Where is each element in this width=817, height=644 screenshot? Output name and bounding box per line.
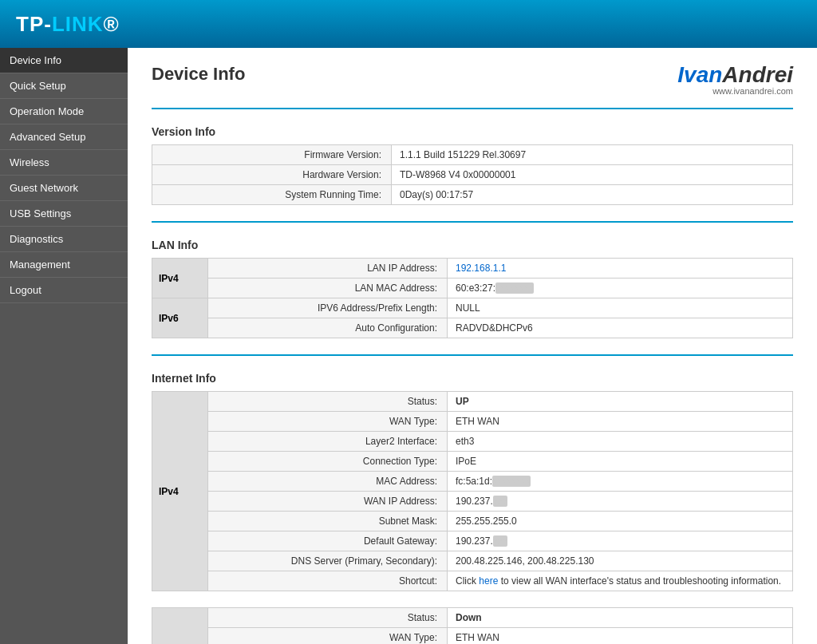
page-header: Device Info IvanAndrei www.ivanandrei.co… — [152, 64, 793, 96]
table-row: IPv4 LAN IP Address: 192.168.1.1 — [152, 259, 793, 279]
table-row: Layer2 Interface: eth3 — [152, 432, 793, 452]
ipv6-addr-label: IPV6 Address/Prefix Length: — [208, 298, 448, 318]
shortcut-link[interactable]: here — [479, 575, 498, 587]
auto-config-value: RADVD&DHCPv6 — [448, 318, 793, 338]
version-info-title: Version Info — [152, 125, 793, 138]
firmware-label: Firmware Version: — [152, 145, 392, 165]
auto-config-label: Auto Configuration: — [208, 318, 448, 338]
table-row: IPv6 Status: Down — [152, 608, 793, 628]
lan-ip-value: 192.168.1.1 — [448, 259, 793, 279]
runtime-value: 0Day(s) 00:17:57 — [392, 185, 793, 205]
lan-info-title: LAN Info — [152, 239, 793, 251]
dns-value: 200.48.225.146, 200.48.225.130 — [448, 551, 793, 571]
lan-divider — [152, 221, 793, 223]
brand-logo-text: IvanAndrei — [677, 64, 793, 86]
shortcut-value: Click here to view all WAN interface's s… — [448, 571, 793, 591]
lan-ip-label: LAN IP Address: — [208, 259, 448, 279]
wan-type-label: WAN Type: — [208, 412, 448, 432]
table-row: Subnet Mask: 255.255.255.0 — [152, 512, 793, 531]
table-row: System Running Time: 0Day(s) 00:17:57 — [152, 185, 793, 205]
version-info-table: Firmware Version: 1.1.1 Build 151229 Rel… — [152, 144, 793, 205]
table-row: WAN IP Address: 190.237.xxx — [152, 492, 793, 512]
ipv6-status-value: Down — [448, 608, 793, 628]
subnet-value: 255.255.255.0 — [448, 512, 793, 531]
sidebar-item-usb-settings[interactable]: USB Settings — [0, 201, 128, 227]
header-divider — [152, 108, 793, 109]
ipv4-header: IPv4 — [152, 259, 208, 298]
ipv6-status-label: Status: — [208, 608, 448, 628]
ipv6-header: IPv6 — [152, 298, 208, 338]
firmware-value: 1.1.1 Build 151229 Rel.30697 — [392, 145, 793, 165]
internet-divider — [152, 354, 793, 356]
hardware-label: Hardware Version: — [152, 165, 392, 185]
lan-mac-label: LAN MAC Address: — [208, 279, 448, 298]
table-row: Shortcut: Click here to view all WAN int… — [152, 571, 793, 591]
wan-ip-value: 190.237.xxx — [448, 492, 793, 512]
main-content: Device Info IvanAndrei www.ivanandrei.co… — [128, 48, 817, 644]
sidebar-item-advanced-setup[interactable]: Advanced Setup — [0, 124, 128, 150]
gateway-label: Default Gateway: — [208, 531, 448, 551]
mac-addr-value: fc:5a:1d:xxxxxxxx — [448, 472, 793, 492]
sidebar-item-wireless[interactable]: Wireless — [0, 150, 128, 176]
conn-type-label: Connection Type: — [208, 452, 448, 472]
table-row: Connection Type: IPoE — [152, 452, 793, 472]
internet-ipv4-header: IPv4 — [152, 392, 208, 591]
internet-ipv6-header: IPv6 — [152, 608, 208, 645]
table-row: DNS Server (Primary, Secondary): 200.48.… — [152, 551, 793, 571]
internet-ipv4-table: IPv4 Status: UP WAN Type: ETH WAN Layer2… — [152, 391, 793, 591]
ipv6-wan-type-label: WAN Type: — [208, 628, 448, 645]
subnet-label: Subnet Mask: — [208, 512, 448, 531]
table-row: IPv4 Status: UP — [152, 392, 793, 412]
mac-addr-label: MAC Address: — [208, 472, 448, 492]
dns-label: DNS Server (Primary, Secondary): — [208, 551, 448, 571]
lan-info-table: IPv4 LAN IP Address: 192.168.1.1 LAN MAC… — [152, 258, 793, 338]
internet-ipv6-table: IPv6 Status: Down WAN Type: ETH WAN Laye… — [152, 607, 793, 644]
ipv6-wan-type-value: ETH WAN — [448, 628, 793, 645]
table-row: WAN Type: ETH WAN — [152, 412, 793, 432]
status-value: UP — [448, 392, 793, 412]
sidebar-item-logout[interactable]: Logout — [0, 278, 128, 303]
sidebar-item-diagnostics[interactable]: Diagnostics — [0, 227, 128, 252]
sidebar-item-quick-setup[interactable]: Quick Setup — [0, 73, 128, 99]
ipv6-addr-value: NULL — [448, 298, 793, 318]
table-row: IPv6 IPV6 Address/Prefix Length: NULL — [152, 298, 793, 318]
internet-info-title: Internet Info — [152, 372, 793, 385]
layer2-value: eth3 — [448, 432, 793, 452]
sidebar-item-guest-network[interactable]: Guest Network — [0, 176, 128, 201]
hardware-value: TD-W8968 V4 0x00000001 — [392, 165, 793, 185]
status-label: Status: — [208, 392, 448, 412]
logo: TP-LINK® — [16, 12, 120, 37]
lan-mac-value: 60:e3:27:xxxxxxxx — [448, 279, 793, 298]
sidebar-item-device-info[interactable]: Device Info — [0, 48, 128, 73]
runtime-label: System Running Time: — [152, 185, 392, 205]
gateway-value: 190.237.xxx — [448, 531, 793, 551]
sidebar-item-operation-mode[interactable]: Operation Mode — [0, 99, 128, 124]
brand-logo-url: www.ivanandrei.com — [677, 86, 793, 96]
table-row: Hardware Version: TD-W8968 V4 0x00000001 — [152, 165, 793, 185]
layer2-label: Layer2 Interface: — [208, 432, 448, 452]
header: TP-LINK® — [0, 0, 817, 48]
table-row: Firmware Version: 1.1.1 Build 151229 Rel… — [152, 145, 793, 165]
shortcut-label: Shortcut: — [208, 571, 448, 591]
table-row: WAN Type: ETH WAN — [152, 628, 793, 645]
brand-logo: IvanAndrei www.ivanandrei.com — [677, 64, 793, 96]
sidebar: Device Info Quick Setup Operation Mode A… — [0, 48, 128, 644]
page-title: Device Info — [152, 64, 245, 85]
table-row: Auto Configuration: RADVD&DHCPv6 — [152, 318, 793, 338]
conn-type-value: IPoE — [448, 452, 793, 472]
table-row: LAN MAC Address: 60:e3:27:xxxxxxxx — [152, 279, 793, 298]
wan-type-value: ETH WAN — [448, 412, 793, 432]
wan-ip-label: WAN IP Address: — [208, 492, 448, 512]
table-row: Default Gateway: 190.237.xxx — [152, 531, 793, 551]
table-row: MAC Address: fc:5a:1d:xxxxxxxx — [152, 472, 793, 492]
sidebar-item-management[interactable]: Management — [0, 252, 128, 278]
